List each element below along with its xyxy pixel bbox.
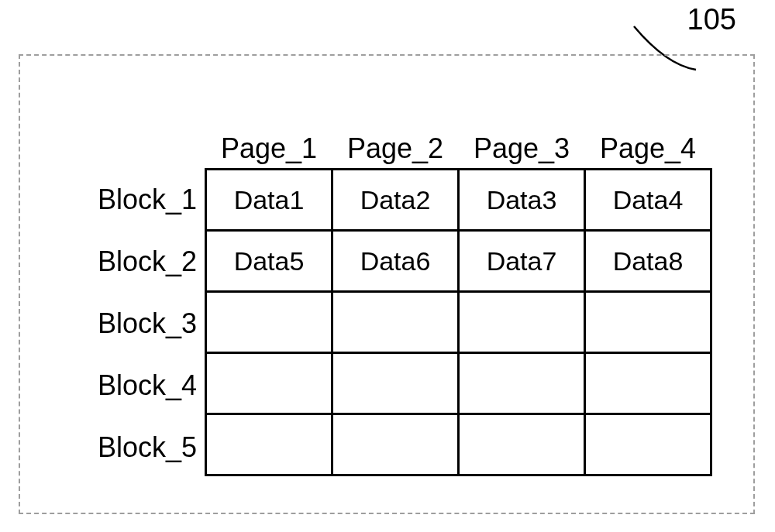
layout-inner: Block_1 Block_2 Block_3 Block_4 Block_5 …	[50, 79, 724, 489]
data-cell	[459, 292, 585, 353]
table-row	[206, 353, 711, 414]
data-cell: Data5	[206, 231, 332, 292]
memory-region-box: Block_1 Block_2 Block_3 Block_4 Block_5 …	[19, 54, 755, 514]
column-header: Page_1	[206, 116, 332, 170]
data-cell: Data1	[206, 170, 332, 231]
data-cell	[206, 414, 332, 475]
row-label: Block_3	[79, 293, 203, 355]
data-cell	[332, 353, 459, 414]
row-label: Block_1	[79, 169, 203, 231]
data-cell	[206, 292, 332, 353]
data-cell: Data4	[585, 170, 711, 231]
data-cell: Data6	[332, 231, 459, 292]
data-cell	[585, 414, 711, 475]
table-row: Data5 Data6 Data7 Data8	[206, 231, 711, 292]
row-labels: Block_1 Block_2 Block_3 Block_4 Block_5	[79, 169, 203, 479]
table-row: Data1 Data2 Data3 Data4	[206, 170, 711, 231]
data-cell: Data2	[332, 170, 459, 231]
data-cell	[585, 353, 711, 414]
data-cell	[332, 414, 459, 475]
data-cell: Data7	[459, 231, 585, 292]
data-cell: Data8	[585, 231, 711, 292]
column-header: Page_4	[585, 116, 711, 170]
reference-number: 105	[687, 3, 736, 36]
row-label: Block_5	[79, 417, 203, 479]
data-cell	[206, 353, 332, 414]
diagram-canvas: 105 Block_1 Block_2 Block_3 Block_4 Bloc…	[0, 0, 775, 532]
row-label: Block_4	[79, 355, 203, 417]
column-header: Page_3	[459, 116, 585, 170]
data-cell	[585, 292, 711, 353]
data-cell: Data3	[459, 170, 585, 231]
table-row	[206, 414, 711, 475]
table-row	[206, 292, 711, 353]
row-label: Block_2	[79, 231, 203, 293]
column-header-row: Page_1 Page_2 Page_3 Page_4	[206, 116, 711, 170]
memory-map-table: Page_1 Page_2 Page_3 Page_4 Data1 Data2 …	[205, 116, 712, 476]
data-cell	[332, 292, 459, 353]
data-cell	[459, 353, 585, 414]
column-header: Page_2	[332, 116, 459, 170]
data-cell	[459, 414, 585, 475]
